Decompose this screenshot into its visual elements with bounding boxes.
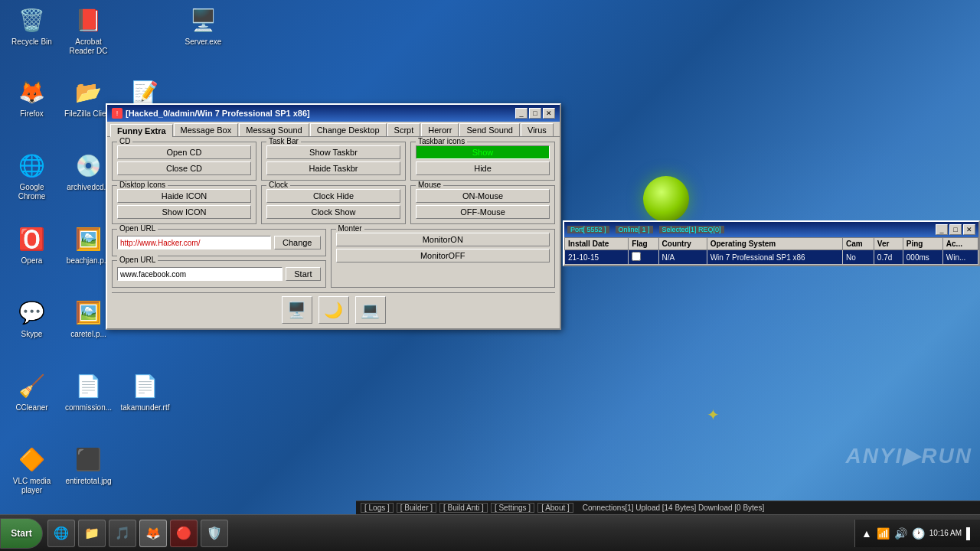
desktop-icon-takamunder[interactable]: 📄 takamunder.rtf (116, 367, 174, 416)
close-button[interactable]: ✕ (543, 108, 555, 119)
haide-icon-button[interactable]: Haide ICON (117, 189, 251, 203)
desktop-icon-ccleaner[interactable]: 🧹 CCleaner (3, 367, 60, 416)
monitor-icon-btn-2[interactable]: 💻 (355, 296, 386, 324)
off-mouse-button[interactable]: OFF-Mouse (416, 205, 550, 219)
desktop-icon-server[interactable]: 🖥️ Server.exe (175, 2, 232, 50)
col-os[interactable]: Operating System (707, 238, 842, 250)
desktop-icon-chrome[interactable]: 🌐 Google Chrome (3, 147, 60, 204)
table-row[interactable]: 21-10-15 N/A Win 7 Professional SP1 x86 … (565, 250, 978, 265)
cell-os: Win 7 Professional SP1 x86 (707, 250, 842, 265)
sleep-icon-btn[interactable]: 🌙 (318, 296, 349, 324)
minimize-button[interactable]: _ (515, 108, 528, 119)
clock-display: 10:16 AM (929, 528, 962, 539)
tray-network-icon[interactable]: 📶 (877, 527, 890, 540)
clock-hide-button[interactable]: Clock Hide (266, 189, 400, 203)
builder-link[interactable]: [ Builder ] (397, 503, 436, 513)
taskbar-red-button[interactable]: 🔴 (170, 520, 198, 547)
tab-scrpt[interactable]: Scrpt (387, 123, 421, 136)
bottom-groups-row: Open URL Change Open URL Start (112, 229, 555, 288)
monitor-on-button[interactable]: MonitorON (336, 233, 550, 246)
right-close-button[interactable]: ✕ (963, 224, 975, 235)
tab-herorr[interactable]: Herorr (421, 123, 459, 136)
show-taskbr-button[interactable]: Show Taskbr (266, 145, 400, 159)
col-cam[interactable]: Cam (842, 238, 874, 250)
right-maximize-button[interactable]: □ (949, 224, 962, 235)
open-url-2-input[interactable] (117, 267, 283, 281)
clock-show-button[interactable]: Clock Show (266, 205, 400, 219)
tab-virus[interactable]: Virus (521, 123, 554, 136)
tray-volume-icon[interactable]: 🔊 (894, 527, 907, 540)
open-url-1-input[interactable] (117, 236, 271, 249)
desktop-icon-vlc[interactable]: 🔶 VLC media player (3, 441, 60, 498)
disktop-group-label: Disktop Icons (117, 181, 168, 189)
icon-label-acrobat: Acrobat Reader DC (63, 37, 114, 56)
maximize-button[interactable]: □ (529, 108, 541, 119)
show-icon-button[interactable]: Show ICON (117, 205, 251, 219)
right-panel: Port[ 5552 ] Online[ 1 ] Selected[1] REQ… (563, 220, 980, 266)
cell-cam: No (842, 250, 874, 265)
start-button[interactable]: Start (0, 518, 43, 549)
icon-image-entiretotal: ⬛ (74, 444, 104, 474)
taskbar-shield-button[interactable]: 🛡️ (201, 520, 228, 547)
col-ver[interactable]: Ver (874, 238, 903, 250)
tray-show-desktop-icon[interactable]: ▌ (966, 527, 974, 540)
desktop-icon-recycle-bin[interactable]: 🗑️ Recycle Bin (3, 2, 60, 50)
taskbar-firefox-button[interactable]: 🦊 (139, 520, 167, 547)
show-taskbar-icons-button[interactable]: Show (416, 145, 550, 159)
taskbar-ie-button[interactable]: 🌐 (47, 520, 75, 547)
tab-send-sound[interactable]: Send Sound (459, 123, 520, 136)
icon-image-firefox: 🦊 (17, 77, 47, 107)
col-country[interactable]: Country (658, 238, 707, 250)
right-minimize-button[interactable]: _ (936, 224, 948, 235)
about-link[interactable]: [ About ] (537, 503, 573, 513)
bottom-icons-row: 🖥️ 🌙 💻 (112, 292, 555, 324)
desktop-icon-acrobat[interactable]: 📕 Acrobat Reader DC (60, 2, 117, 59)
desktop-icon-opera[interactable]: 🅾️ Opera (3, 220, 60, 269)
haide-taskbr-button[interactable]: Haide Taskbr (266, 161, 400, 175)
icon-label-takamunder: takamunder.rtf (121, 403, 170, 412)
sparkle: ✦ (707, 406, 720, 424)
build-anti-link[interactable]: [ Build Anti ] (439, 503, 488, 513)
col-flag[interactable]: Flag (629, 238, 658, 250)
desktop-icon-firefox[interactable]: 🦊 Firefox (3, 73, 60, 122)
taskbar-media-button[interactable]: 🎵 (109, 520, 136, 547)
tab-message-box[interactable]: Message Box (174, 123, 239, 136)
right-panel-controls[interactable]: _ □ ✕ (936, 224, 975, 235)
monter-group: Monter MonitorON MonitorOFF (331, 229, 556, 288)
monitor-off-button[interactable]: MonitorOFF (336, 249, 550, 262)
table-body: 21-10-15 N/A Win 7 Professional SP1 x86 … (565, 250, 978, 265)
icon-image-vlc: 🔶 (17, 444, 47, 474)
on-mouse-button[interactable]: ON-Mouse (416, 189, 550, 203)
col-ping[interactable]: Ping (903, 238, 942, 250)
desktop-icon-entiretotal[interactable]: ⬛ entiretotal.jpg (60, 441, 117, 489)
logs-link[interactable]: [ Logs ] (361, 503, 394, 513)
online-badge: Online[ 1 ] (616, 226, 653, 233)
tab-funny-extra[interactable]: Funny Extra (110, 124, 173, 137)
open-url-1-row: Change (117, 236, 321, 249)
change-url-button[interactable]: Change (274, 236, 321, 249)
tray-arrow-icon[interactable]: ▲ (861, 527, 872, 540)
table-header: Install Date Flag Country Operating Syst… (565, 238, 978, 250)
settings-link[interactable]: [ Settings ] (491, 503, 534, 513)
flag-checkbox[interactable] (632, 252, 641, 261)
icon-image-commission: 📄 (74, 370, 104, 401)
col-install-date[interactable]: Install Date (565, 238, 629, 250)
monitor-icon-btn-1[interactable]: 🖥️ (282, 296, 312, 324)
col-ac[interactable]: Ac... (942, 238, 978, 250)
taskbar-group-label: Task Bar (266, 137, 301, 145)
tab-messag-sound[interactable]: Messag Sound (239, 123, 309, 136)
tab-change-desktop[interactable]: Change Desktop (310, 123, 387, 136)
desktop-icon-commission[interactable]: 📄 commission... (60, 367, 117, 416)
clock-time: 10:16 AM (929, 528, 962, 539)
start-url-button[interactable]: Start (286, 267, 320, 281)
icon-image-word1: 📝 (130, 77, 161, 107)
hide-taskbar-icons-button[interactable]: Hide (416, 161, 550, 175)
cd-group: CD Open CD Close CD (112, 142, 256, 181)
open-cd-button[interactable]: Open CD (117, 145, 251, 159)
icon-image-chrome: 🌐 (17, 150, 47, 181)
close-cd-button[interactable]: Close CD (117, 161, 251, 175)
taskbar-explorer-button[interactable]: 📁 (78, 520, 106, 547)
titlebar-controls[interactable]: _ □ ✕ (515, 108, 555, 119)
cell-install-date: 21-10-15 (565, 250, 629, 265)
desktop-icon-skype[interactable]: 💬 Skype (3, 294, 60, 342)
